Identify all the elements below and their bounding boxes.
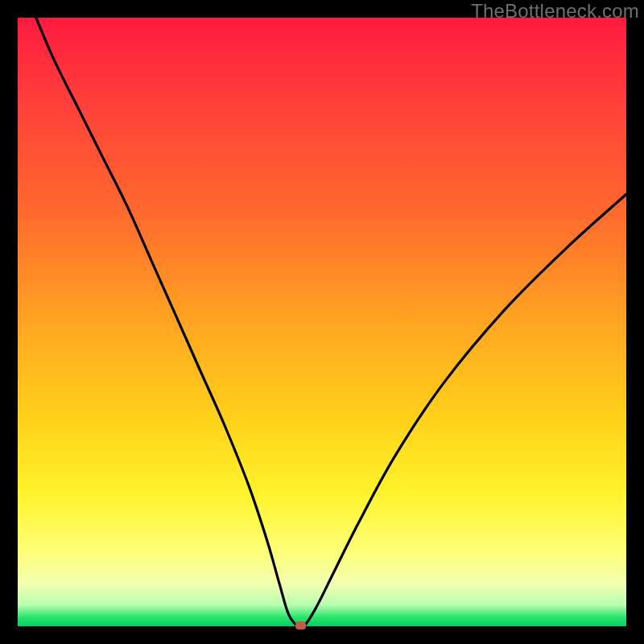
plot-area xyxy=(18,18,626,626)
optimal-marker xyxy=(295,621,306,630)
chart-frame: TheBottleneck.com xyxy=(0,0,644,644)
bottleneck-curve xyxy=(18,18,626,626)
